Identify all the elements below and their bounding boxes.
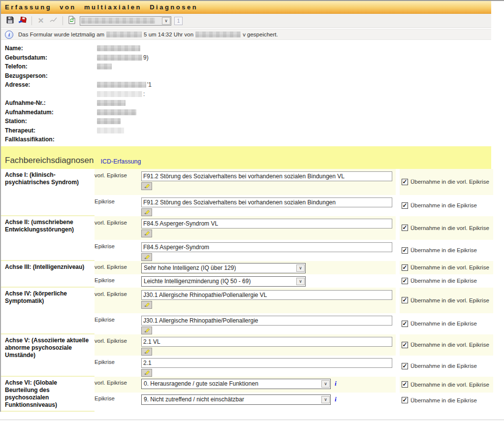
info-text-prefix: Das Formular wurde letztmalig am bbox=[18, 32, 104, 37]
vorl-epikrise-input[interactable] bbox=[141, 290, 392, 300]
edit-diagnosis-button[interactable] bbox=[141, 301, 152, 309]
field-label: Adresse: bbox=[5, 80, 97, 98]
field-label: Bezugsperson: bbox=[5, 71, 97, 81]
epikrise-input[interactable] bbox=[141, 242, 392, 252]
chevron-down-icon: ∨ bbox=[321, 380, 330, 388]
uebernahme-checkbox[interactable] bbox=[402, 247, 408, 254]
epikrise-row: Epikrise Übernahme in die Epikrise bbox=[94, 313, 493, 334]
redacted-value bbox=[97, 82, 146, 88]
reload-form-icon bbox=[68, 16, 75, 26]
uebernahme-checkbox[interactable] bbox=[402, 225, 408, 231]
epikrise-row: Epikrise Übernahme in die Epikrise bbox=[94, 240, 493, 261]
row-label: Epikrise bbox=[94, 242, 141, 261]
row-label: vorl. Epikrise bbox=[94, 171, 141, 195]
reload-form-button[interactable] bbox=[67, 16, 77, 26]
uebernahme-checkbox[interactable] bbox=[402, 278, 408, 284]
vorl-epikrise-row: vorl. Epikrise Übernahme in die vorl. Ep… bbox=[94, 334, 493, 356]
vorl-epikrise-row: vorl. Epikrise Sehr hohe Intelligenz (IQ… bbox=[94, 261, 493, 274]
uebernahme-checkbox[interactable] bbox=[402, 381, 408, 388]
redacted-value bbox=[97, 55, 142, 61]
redacted-value bbox=[97, 91, 142, 97]
title-bar: Erfassung von multiaxialen Diagnosen bbox=[1, 1, 491, 14]
info-icon: i bbox=[5, 31, 13, 39]
uebernahme-checkbox[interactable] bbox=[402, 297, 408, 303]
row-label: Epikrise bbox=[94, 316, 141, 334]
checkbox-label: Übernahme in die vorl. Epikrise bbox=[410, 179, 489, 185]
checkbox-label: Übernahme in die Epikrise bbox=[410, 397, 477, 403]
edit-diagnosis-button[interactable] bbox=[141, 229, 152, 237]
axis-label: Achse I: (klinisch-psychiatrisches Syndr… bbox=[1, 169, 94, 216]
save-button[interactable] bbox=[5, 16, 15, 26]
info-link-icon[interactable]: i bbox=[335, 380, 337, 388]
redacted-user bbox=[195, 32, 241, 37]
uebernahme-checkbox[interactable] bbox=[402, 202, 408, 209]
global-function-select[interactable]: 9. Nicht zutreffend / nicht einschätzbar… bbox=[141, 394, 331, 405]
field-label: Fallklassifikation: bbox=[5, 135, 97, 144]
vorl-epikrise-input[interactable] bbox=[141, 219, 392, 229]
version-badge[interactable]: 1 bbox=[174, 17, 183, 25]
icd-erfassung-link[interactable]: ICD-Erfassung bbox=[101, 158, 141, 165]
signature-icon bbox=[50, 17, 58, 25]
row-label: vorl. Epikrise bbox=[94, 219, 141, 240]
edit-diagnosis-button[interactable] bbox=[141, 348, 152, 356]
row-label: vorl. Epikrise bbox=[94, 290, 141, 313]
uebernahme-checkbox[interactable] bbox=[402, 363, 408, 369]
toolbar-separator bbox=[63, 16, 63, 25]
delete-button[interactable]: ✕ bbox=[36, 16, 46, 26]
uebernahme-checkbox[interactable] bbox=[402, 342, 408, 348]
uebernahme-checkbox[interactable] bbox=[402, 179, 408, 185]
pencil-icon bbox=[144, 208, 150, 216]
row-label: vorl. Epikrise bbox=[94, 379, 141, 393]
vorl-epikrise-row: vorl. Epikrise Übernahme in die vorl. Ep… bbox=[94, 169, 493, 195]
form-window: Erfassung von multiaxialen Diagnosen ✕ ∨… bbox=[0, 1, 491, 412]
vorl-epikrise-row: vorl. Epikrise Übernahme in die vorl. Ep… bbox=[94, 216, 493, 240]
vorl-epikrise-input[interactable] bbox=[141, 171, 392, 181]
delete-icon: ✕ bbox=[38, 16, 44, 25]
edit-diagnosis-button[interactable] bbox=[141, 369, 152, 377]
patient-row: Aufnahmedatum: bbox=[5, 108, 491, 117]
axis-group-1: Achse I: (klinisch-psychiatrisches Syndr… bbox=[1, 169, 491, 216]
chevron-down-icon: ∨ bbox=[296, 264, 305, 272]
save-and-close-button[interactable] bbox=[18, 16, 28, 26]
epikrise-input[interactable] bbox=[141, 358, 392, 368]
form-version-select[interactable]: ∨ bbox=[80, 16, 171, 26]
field-label: Telefon: bbox=[5, 62, 97, 71]
axis-label: Achse II: (umschriebene Entwicklungsstör… bbox=[1, 216, 94, 261]
section-title: Fachbereichsdiagnosen bbox=[5, 156, 94, 165]
edit-diagnosis-button[interactable] bbox=[141, 182, 152, 190]
bottom-divider bbox=[0, 420, 504, 420]
epikrise-input[interactable] bbox=[141, 316, 392, 326]
checkbox-label: Übernahme in die vorl. Epikrise bbox=[410, 225, 489, 231]
epikrise-input[interactable] bbox=[141, 197, 392, 207]
vorl-epikrise-input[interactable] bbox=[141, 337, 392, 347]
checkbox-label: Übernahme in die Epikrise bbox=[410, 202, 477, 208]
edit-diagnosis-button[interactable] bbox=[141, 327, 152, 334]
uebernahme-checkbox[interactable] bbox=[402, 264, 408, 271]
checkbox-label: Übernahme in die vorl. Epikrise bbox=[410, 382, 489, 388]
pencil-icon bbox=[144, 301, 150, 308]
pencil-icon bbox=[144, 229, 150, 237]
edit-diagnosis-button[interactable] bbox=[141, 253, 152, 261]
field-label: Geburtsdatum: bbox=[5, 53, 97, 63]
intelligence-level-select[interactable]: Sehr hohe Intelligenz (IQ über 129) ∨ bbox=[141, 263, 306, 273]
checkbox-label: Übernahme in die Epikrise bbox=[410, 278, 477, 284]
axis-group-6: Achse VI: (Globale Beurteilung des psych… bbox=[1, 377, 491, 412]
chevron-down-icon: ∨ bbox=[162, 17, 170, 25]
axis-label: Achse IV: (körperliche Symptomatik) bbox=[1, 288, 94, 334]
edit-diagnosis-button[interactable] bbox=[141, 208, 152, 216]
row-label: Epikrise bbox=[94, 276, 141, 288]
intelligence-level-select[interactable]: Leichte Intelligenzminderung (IQ 50 - 69… bbox=[141, 276, 306, 287]
redacted-value bbox=[97, 128, 124, 133]
uebernahme-checkbox[interactable] bbox=[402, 321, 408, 327]
global-function-select[interactable]: 0. Herausragende / gute soziale Funktion… bbox=[141, 379, 331, 389]
redacted-value bbox=[97, 64, 112, 69]
uebernahme-checkbox[interactable] bbox=[402, 397, 408, 403]
axis-group-2: Achse II: (umschriebene Entwicklungsstör… bbox=[1, 216, 491, 261]
chevron-down-icon: ∨ bbox=[296, 278, 305, 285]
info-link-icon[interactable]: i bbox=[335, 395, 337, 403]
epikrise-row: Epikrise Leichte Intelligenzminderung (I… bbox=[94, 274, 493, 288]
sign-button[interactable] bbox=[49, 16, 59, 26]
checkbox-label: Übernahme in die Epikrise bbox=[410, 321, 477, 327]
axis-label: Achse V: (Assoziierte aktuelle abnorme p… bbox=[1, 334, 94, 377]
field-label: Aufnahmedatum: bbox=[5, 108, 97, 117]
